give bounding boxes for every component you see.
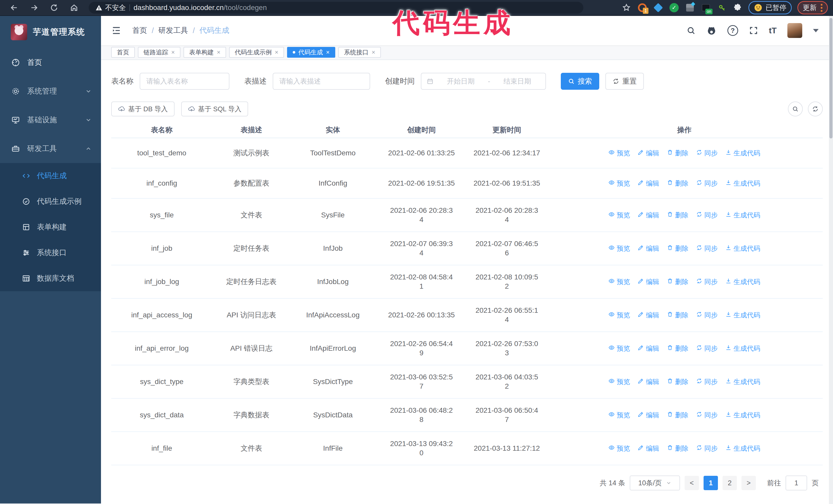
back-icon[interactable]	[5, 2, 23, 14]
extension-dark-on-icon[interactable]: on	[701, 3, 711, 13]
preview-link[interactable]: 预览	[609, 377, 630, 386]
table-desc-input[interactable]	[273, 73, 370, 90]
sync-link[interactable]: 同步	[696, 211, 718, 220]
table-row[interactable]: inf_config 参数配置表 InfConfig 2021-02-06 19…	[111, 168, 823, 198]
preview-link[interactable]: 预览	[609, 410, 630, 419]
sidebar-item-devtools[interactable]: 研发工具	[0, 134, 101, 163]
close-icon[interactable]: ×	[275, 49, 278, 55]
edit-link[interactable]: 编辑	[638, 444, 659, 453]
browser-update-button[interactable]: 更新	[798, 1, 828, 14]
table-row[interactable]: inf_job 定时任务表 InfJob 2021-02-07 06:39:3 …	[111, 232, 823, 265]
delete-link[interactable]: 删除	[667, 179, 688, 188]
close-icon[interactable]: ×	[326, 49, 330, 55]
tab-tracing[interactable]: 链路追踪×	[138, 47, 181, 58]
generate-code-link[interactable]: 生成代码	[725, 211, 760, 220]
date-end-placeholder[interactable]: 结束日期	[494, 77, 541, 86]
breadcrumb-section[interactable]: 研发工具	[159, 25, 188, 35]
breadcrumb-home[interactable]: 首页	[132, 25, 147, 35]
table-row[interactable]: sys_dict_type 字典类型表 SysDictType 2021-03-…	[111, 365, 823, 399]
sync-link[interactable]: 同步	[696, 310, 718, 320]
extension-grid-icon[interactable]	[685, 3, 695, 13]
tab-codegen-example[interactable]: 代码生成示例×	[229, 47, 284, 58]
generate-code-link[interactable]: 生成代码	[725, 310, 760, 320]
edit-link[interactable]: 编辑	[638, 377, 659, 386]
prev-page-button[interactable]: <	[685, 476, 699, 490]
tab-codegen[interactable]: 代码生成×	[287, 47, 335, 58]
table-row[interactable]: sys_file 文件表 SysFile 2021-02-06 20:28:3 …	[111, 198, 823, 232]
page-button-2[interactable]: 2	[722, 476, 737, 490]
delete-link[interactable]: 删除	[667, 244, 688, 253]
delete-link[interactable]: 删除	[667, 344, 688, 353]
scrollbar-thumb[interactable]	[829, 18, 832, 139]
edit-link[interactable]: 编辑	[638, 344, 659, 353]
page-size-select[interactable]: 10条/页	[630, 476, 680, 490]
forward-icon[interactable]	[25, 2, 43, 14]
edit-link[interactable]: 编辑	[638, 179, 659, 188]
generate-code-link[interactable]: 生成代码	[725, 244, 760, 253]
preview-link[interactable]: 预览	[609, 444, 630, 453]
edit-link[interactable]: 编辑	[638, 211, 659, 220]
edit-link[interactable]: 编辑	[638, 277, 659, 286]
sync-link[interactable]: 同步	[696, 410, 718, 419]
goto-page-input[interactable]	[786, 476, 807, 490]
generate-code-link[interactable]: 生成代码	[725, 277, 760, 286]
generate-code-link[interactable]: 生成代码	[725, 444, 760, 453]
extension-shield-check-icon[interactable]: ✓	[669, 3, 679, 13]
table-row[interactable]: tool_test_demo 测试示例表 ToolTestDemo 2021-0…	[111, 138, 823, 168]
preview-link[interactable]: 预览	[609, 148, 630, 158]
table-name-input[interactable]	[140, 73, 230, 90]
avatar-caret-icon[interactable]	[813, 29, 819, 32]
search-button[interactable]: 搜索	[561, 73, 599, 90]
preview-link[interactable]: 预览	[609, 344, 630, 353]
delete-link[interactable]: 删除	[667, 148, 688, 158]
github-icon[interactable]	[706, 25, 717, 35]
generate-code-link[interactable]: 生成代码	[725, 179, 760, 188]
sync-link[interactable]: 同步	[696, 244, 718, 253]
search-icon[interactable]	[686, 26, 696, 35]
sync-link[interactable]: 同步	[696, 148, 718, 158]
scrollbar-track[interactable]	[829, 16, 833, 504]
extension-gem-icon[interactable]	[653, 3, 663, 13]
delete-link[interactable]: 删除	[667, 277, 688, 286]
close-icon[interactable]: ×	[217, 49, 220, 55]
bookmark-star-icon[interactable]	[621, 3, 632, 13]
delete-link[interactable]: 删除	[667, 310, 688, 320]
reset-button[interactable]: 重置	[605, 73, 644, 90]
delete-link[interactable]: 删除	[667, 377, 688, 386]
sidebar-item-db-docs[interactable]: 数据库文档	[0, 266, 101, 291]
next-page-button[interactable]: >	[741, 476, 756, 490]
preview-link[interactable]: 预览	[609, 310, 630, 320]
sidebar-item-form-builder[interactable]: 表单构建	[0, 214, 101, 240]
generate-code-link[interactable]: 生成代码	[725, 410, 760, 419]
delete-link[interactable]: 删除	[667, 211, 688, 220]
sync-link[interactable]: 同步	[696, 277, 718, 286]
fullscreen-icon[interactable]	[749, 26, 758, 35]
table-row[interactable]: inf_file 文件表 InfFile 2021-03-13 09:43:2 …	[111, 432, 823, 465]
font-size-icon[interactable]: tT	[769, 26, 777, 35]
url-bar[interactable]: 不安全 dashboard.yudao.iocoder.cn/tool/code…	[89, 2, 584, 14]
sidebar-item-home[interactable]: 首页	[0, 48, 101, 77]
tab-form-builder[interactable]: 表单构建×	[184, 47, 226, 58]
generate-code-link[interactable]: 生成代码	[725, 377, 760, 386]
toggle-search-button[interactable]	[788, 101, 803, 116]
table-row[interactable]: inf_job_log 定时任务日志表 InfJobLog 2021-02-08…	[111, 265, 823, 298]
import-db-button[interactable]: 基于 DB 导入	[111, 101, 174, 116]
preview-link[interactable]: 预览	[609, 179, 630, 188]
sync-link[interactable]: 同步	[696, 377, 718, 386]
avatar[interactable]	[787, 23, 802, 38]
import-sql-button[interactable]: 基于 SQL 导入	[181, 101, 248, 116]
generate-code-link[interactable]: 生成代码	[725, 344, 760, 353]
preview-link[interactable]: 预览	[609, 277, 630, 286]
close-icon[interactable]: ×	[171, 49, 175, 55]
sidebar-item-system[interactable]: 系统管理	[0, 77, 101, 105]
table-row[interactable]: inf_api_error_log API 错误日志 InfApiErrorLo…	[111, 332, 823, 365]
extensions-puzzle-icon[interactable]	[733, 3, 743, 13]
sync-link[interactable]: 同步	[696, 179, 718, 188]
table-row[interactable]: sys_dict_data 字典数据表 SysDictData 2021-03-…	[111, 399, 823, 432]
profile-paused-badge[interactable]: 已暂停	[748, 1, 792, 14]
preview-link[interactable]: 预览	[609, 211, 630, 220]
extension-orange-icon[interactable]: 1	[637, 3, 647, 13]
generate-code-link[interactable]: 生成代码	[725, 148, 760, 158]
date-range-picker[interactable]: 开始日期 - 结束日期	[421, 73, 546, 90]
tab-system-api[interactable]: 系统接口×	[338, 47, 381, 58]
